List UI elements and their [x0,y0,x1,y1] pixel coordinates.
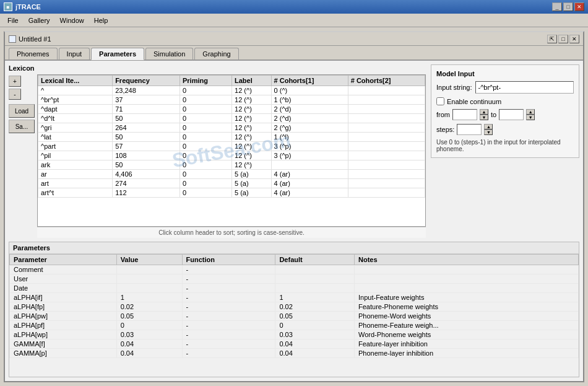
col-label[interactable]: Label [232,76,272,86]
param-cell: aLPHA[wp] [10,330,117,340]
table-cell [348,160,425,170]
param-cell: - [182,312,275,321]
app-icon: ■ [4,2,12,11]
param-cell: - [182,274,275,284]
table-row: ^pil108012 (^)3 (^p) [38,151,425,160]
param-cell: aLPHA[if] [10,293,117,302]
table-cell [348,151,425,160]
param-cell: 0.04 [116,340,182,349]
menu-help[interactable]: Help [89,15,113,25]
table-row: ^dapt71012 (^)2 (^d) [38,105,425,114]
table-cell: 264 [113,123,180,133]
load-button[interactable]: Load [9,104,35,118]
inner-window-controls[interactable]: ⇱ □ ✕ [547,35,579,43]
table-cell: 0 [179,95,231,105]
steps-label: steps: [436,126,454,133]
table-cell: 0 [179,114,231,123]
main-content: Lexicon + - Load Sa... SoftSea.com [5,61,583,381]
steps-input[interactable] [457,124,482,135]
close-button[interactable]: ✕ [574,2,584,11]
param-col-function[interactable]: Function [182,255,275,265]
table-cell [348,86,425,95]
col-priming[interactable]: Priming [179,76,231,86]
table-cell [348,179,425,188]
col-cohorts1[interactable]: # Cohorts[1] [271,76,348,86]
parameters-title: Parameters [9,242,579,254]
steps-up-button[interactable]: ▲ [484,124,493,129]
inner-window-icon [9,35,16,43]
param-cell: 0 [275,321,355,330]
table-row: art^t11205 (a)4 (ar) [38,188,425,198]
tab-simulation[interactable]: Simulation [145,48,193,59]
input-string-field[interactable] [475,81,574,94]
inner-title-bar: Untitled #1 ⇱ □ ✕ [5,32,583,46]
inner-resize-button[interactable]: ⇱ [547,35,557,43]
table-row: aLPHA[pw]0.05-0.05Phoneme-Word weights [10,312,579,321]
table-cell: 12 (^) [232,114,272,123]
table-cell [348,105,425,114]
steps-spinner: ▲ ▼ [484,124,493,135]
to-up-button[interactable]: ▲ [526,109,535,115]
from-input[interactable] [452,109,477,120]
menu-file[interactable]: File [2,15,24,25]
menu-gallery[interactable]: Gallery [24,15,55,25]
from-up-button[interactable]: ▲ [480,109,488,115]
to-input[interactable] [499,109,524,120]
add-lexicon-button[interactable]: + [9,76,21,87]
tab-input[interactable]: Input [59,48,90,59]
table-cell: 4 (ar) [271,188,348,198]
table-cell: 5 (a) [232,170,272,179]
enable-continuum-checkbox[interactable] [436,97,444,105]
tab-phonemes[interactable]: Phonemes [9,48,58,59]
table-row: ^part57012 (^)3 (^p) [38,142,425,151]
sort-note: Click column header to sort; sorting is … [37,227,426,238]
table-cell: 12 (^) [232,95,272,105]
param-cell: Comment [10,265,117,274]
table-row: User- [10,274,579,284]
table-cell: 3 (^p) [271,151,348,160]
steps-down-button[interactable]: ▼ [484,129,493,135]
table-cell: 108 [113,151,180,160]
table-cell: 112 [113,188,180,198]
parameters-section: Parameters Parameter Value Function Defa… [9,242,579,377]
col-cohorts2[interactable]: # Cohorts[2] [348,76,425,86]
table-cell: 0 [179,142,231,151]
table-cell: 2 (^g) [271,123,348,133]
tab-graphing[interactable]: Graphing [194,48,238,59]
param-col-value[interactable]: Value [116,255,182,265]
param-col-parameter[interactable]: Parameter [10,255,117,265]
lexicon-table-container[interactable]: SoftSea.com Lexical Ite... Frequency Pri… [37,74,426,227]
table-cell [348,188,425,198]
window-controls[interactable]: _ □ ✕ [552,2,584,11]
table-cell: ^ [38,86,113,95]
upper-section: Lexicon + - Load Sa... SoftSea.com [9,64,579,238]
save-button[interactable]: Sa... [9,120,35,133]
param-cell: 0.02 [116,302,182,312]
table-cell: ^br^pt [38,95,113,105]
inner-maximize-button[interactable]: □ [558,35,568,43]
table-cell: 0 [179,123,231,133]
tab-parameters[interactable]: Parameters [91,48,144,60]
table-cell [348,170,425,179]
from-label: from [436,111,450,118]
param-cell: Feature-layer inhibition [355,340,579,349]
table-cell: 0 [179,170,231,179]
from-down-button[interactable]: ▼ [480,115,488,120]
table-row: GAMMA[f]0.04-0.04Feature-layer inhibitio… [10,340,579,349]
inner-close-button[interactable]: ✕ [569,35,579,43]
to-down-button[interactable]: ▼ [526,115,535,120]
param-cell: - [182,293,275,302]
table-cell: 0 [179,160,231,170]
parameters-table-container[interactable]: Parameter Value Function Default Notes C… [9,254,579,377]
param-col-notes[interactable]: Notes [355,255,579,265]
minimize-button[interactable]: _ [552,2,562,11]
maximize-button[interactable]: □ [563,2,573,11]
param-cell: 0.03 [116,330,182,340]
param-col-default[interactable]: Default [275,255,355,265]
menu-window[interactable]: Window [55,15,89,25]
tabs-bar: Phonemes Input Parameters Simulation Gra… [5,46,583,61]
remove-lexicon-button[interactable]: - [9,89,21,100]
col-lexical[interactable]: Lexical Ite... [38,76,113,86]
table-row: ^23,248012 (^)0 (^) [38,86,425,95]
col-frequency[interactable]: Frequency [113,76,180,86]
